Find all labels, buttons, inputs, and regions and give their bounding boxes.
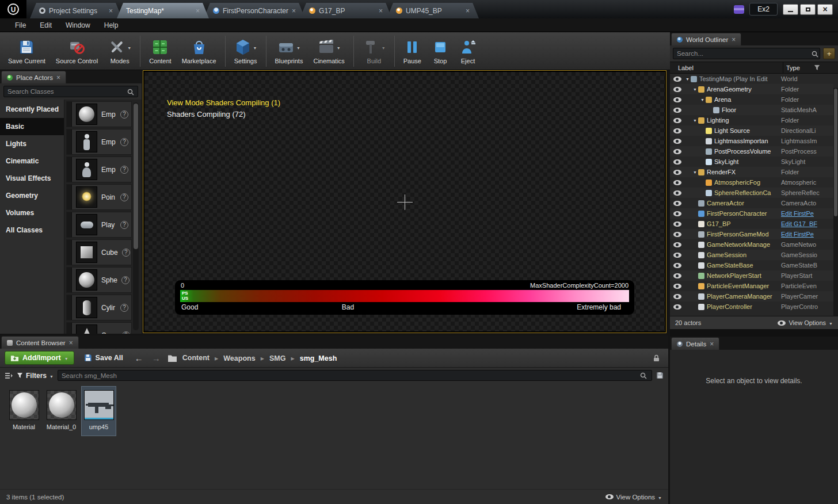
save-current-button[interactable]: Save Current bbox=[3, 36, 51, 66]
settings-button[interactable]: Settings bbox=[229, 36, 262, 66]
outliner-row[interactable]: NetworkPlayerStart PlayerStart bbox=[670, 270, 833, 281]
tab-close-icon[interactable] bbox=[710, 340, 714, 348]
place-actors-tab[interactable]: Place Actors bbox=[1, 71, 66, 83]
actor-type[interactable]: GameNetwo bbox=[778, 241, 833, 248]
document-tab[interactable]: FirstPersonCharacter bbox=[204, 3, 305, 18]
category-item[interactable]: Lights bbox=[0, 135, 64, 152]
tab-close-icon[interactable] bbox=[732, 36, 736, 44]
actor-type[interactable]: Edit FirstPe bbox=[778, 231, 833, 238]
outliner-row[interactable]: LightmassImportan LightmassIm bbox=[670, 136, 833, 146]
outliner-row[interactable]: ▼ Lighting Folder bbox=[670, 115, 833, 125]
forward-button[interactable] bbox=[150, 353, 162, 363]
visibility-eye-icon[interactable] bbox=[673, 159, 681, 165]
category-item[interactable]: Volumes bbox=[0, 204, 64, 222]
drag-handle[interactable] bbox=[67, 102, 72, 127]
document-tab[interactable]: TestingMap* bbox=[117, 3, 209, 18]
column-header-type[interactable]: Type bbox=[783, 62, 838, 73]
content-view-options-button[interactable]: View Options bbox=[605, 494, 662, 501]
breadcrumb-item[interactable]: smg_Mesh bbox=[285, 354, 337, 362]
visibility-eye-icon[interactable] bbox=[673, 211, 681, 216]
outliner-row[interactable]: GameNetworkManage GameNetwo bbox=[670, 239, 833, 250]
asset-search-input[interactable] bbox=[58, 370, 652, 381]
drag-handle[interactable] bbox=[67, 185, 72, 209]
pause-button[interactable]: Pause bbox=[398, 36, 426, 66]
menu-item[interactable]: Help bbox=[97, 20, 125, 31]
outliner-row[interactable]: SphereReflectionCa SphereReflec bbox=[670, 188, 833, 198]
tab-close-icon[interactable] bbox=[292, 7, 296, 15]
save-search-icon[interactable] bbox=[656, 372, 664, 379]
category-item[interactable]: Visual Effects bbox=[0, 170, 64, 187]
help-icon[interactable] bbox=[120, 304, 128, 312]
outliner-row[interactable]: GameSession GameSessio bbox=[670, 250, 833, 260]
visibility-eye-icon[interactable] bbox=[673, 263, 681, 268]
visibility-eye-icon[interactable] bbox=[673, 149, 681, 154]
actor-type[interactable]: PostProcess bbox=[778, 148, 833, 155]
chevron-down-icon[interactable] bbox=[296, 44, 300, 51]
placeable-actor-item[interactable]: Cube bbox=[66, 239, 132, 265]
drag-handle[interactable] bbox=[67, 323, 72, 334]
expander-arrow-icon[interactable]: ▼ bbox=[684, 77, 691, 81]
marketplace-button[interactable]: Marketplace bbox=[177, 36, 222, 66]
actor-type[interactable]: PlayerContro bbox=[778, 303, 833, 310]
tab-close-icon[interactable] bbox=[196, 7, 200, 15]
actor-type[interactable]: Folder bbox=[778, 169, 833, 175]
breadcrumb-item[interactable]: Content bbox=[182, 354, 209, 362]
outliner-row[interactable]: PlayerController PlayerContro bbox=[670, 301, 833, 312]
drag-handle[interactable] bbox=[67, 157, 72, 182]
ex2-button[interactable]: Ex2 bbox=[749, 3, 778, 16]
actor-type[interactable]: StaticMeshA bbox=[778, 106, 833, 113]
actor-type[interactable]: PlayerStart bbox=[778, 272, 833, 279]
actor-type[interactable]: ParticleEven bbox=[778, 282, 833, 289]
build-button[interactable]: Build bbox=[357, 36, 391, 66]
drag-handle[interactable] bbox=[67, 295, 72, 320]
outliner-row[interactable]: ▼ ArenaGeometry Folder bbox=[670, 84, 833, 94]
outliner-row[interactable]: PlayerCameraManager PlayerCamer bbox=[670, 291, 833, 301]
menu-item[interactable]: Edit bbox=[33, 20, 59, 31]
asset-item[interactable]: Material_0 bbox=[44, 387, 78, 436]
content-browser-tab[interactable]: Content Browser bbox=[1, 336, 79, 349]
document-tab[interactable]: UMP45_BP bbox=[387, 3, 479, 18]
sources-toggle-icon[interactable] bbox=[5, 372, 13, 379]
outliner-row[interactable]: AtmosphericFog Atmospheric bbox=[670, 177, 833, 188]
actor-type[interactable]: Folder bbox=[778, 117, 833, 124]
visibility-eye-icon[interactable] bbox=[673, 118, 681, 123]
add-import-button[interactable]: Add/Import bbox=[5, 351, 74, 365]
actor-type[interactable]: Edit FirstPe bbox=[778, 210, 833, 217]
drag-handle[interactable] bbox=[67, 268, 72, 292]
actor-type[interactable]: GameSessio bbox=[778, 251, 833, 258]
asset-item[interactable]: Material bbox=[7, 387, 41, 436]
visibility-eye-icon[interactable] bbox=[673, 128, 681, 133]
actor-type[interactable]: SphereReflec bbox=[778, 189, 833, 196]
document-tab[interactable]: Project Settings bbox=[30, 3, 122, 18]
tab-close-icon[interactable] bbox=[109, 7, 113, 15]
world-outliner-tab[interactable]: World Outliner bbox=[671, 33, 741, 45]
outliner-row[interactable]: FirstPersonCharacter Edit FirstPe bbox=[670, 208, 833, 219]
outliner-row[interactable]: ▼ TestingMap (Play In Edit World bbox=[670, 74, 833, 84]
outliner-search-input[interactable] bbox=[673, 48, 820, 59]
actor-type[interactable]: World bbox=[778, 75, 833, 82]
minimize-button[interactable] bbox=[783, 4, 798, 15]
drag-handle[interactable] bbox=[67, 212, 72, 237]
chevron-down-icon[interactable] bbox=[337, 44, 341, 51]
category-item[interactable]: Recently Placed bbox=[0, 101, 64, 118]
actor-type[interactable]: SkyLight bbox=[778, 158, 833, 165]
actor-type[interactable]: Edit G17_BF bbox=[778, 220, 833, 227]
placeable-actor-item[interactable]: Emp bbox=[66, 156, 132, 182]
details-tab[interactable]: Details bbox=[671, 337, 719, 350]
outliner-add-button[interactable] bbox=[823, 48, 835, 59]
help-icon[interactable] bbox=[122, 249, 130, 257]
help-icon[interactable] bbox=[120, 221, 128, 229]
actor-type[interactable]: DirectionalLi bbox=[778, 127, 833, 134]
placeable-actor-item[interactable]: Poin bbox=[66, 184, 132, 210]
tab-close-icon[interactable] bbox=[56, 74, 60, 82]
content-button[interactable]: Content bbox=[144, 36, 177, 66]
placeable-actor-item[interactable]: Cone bbox=[66, 322, 132, 334]
drag-handle[interactable] bbox=[67, 240, 72, 265]
place-actors-scrollbar[interactable] bbox=[133, 102, 139, 330]
actor-type[interactable]: Atmospheric bbox=[778, 179, 833, 186]
visibility-eye-icon[interactable] bbox=[673, 170, 681, 175]
visibility-eye-icon[interactable] bbox=[673, 190, 681, 196]
visibility-eye-icon[interactable] bbox=[673, 242, 681, 247]
category-item[interactable]: Basic bbox=[0, 118, 64, 135]
visibility-eye-icon[interactable] bbox=[673, 222, 681, 227]
